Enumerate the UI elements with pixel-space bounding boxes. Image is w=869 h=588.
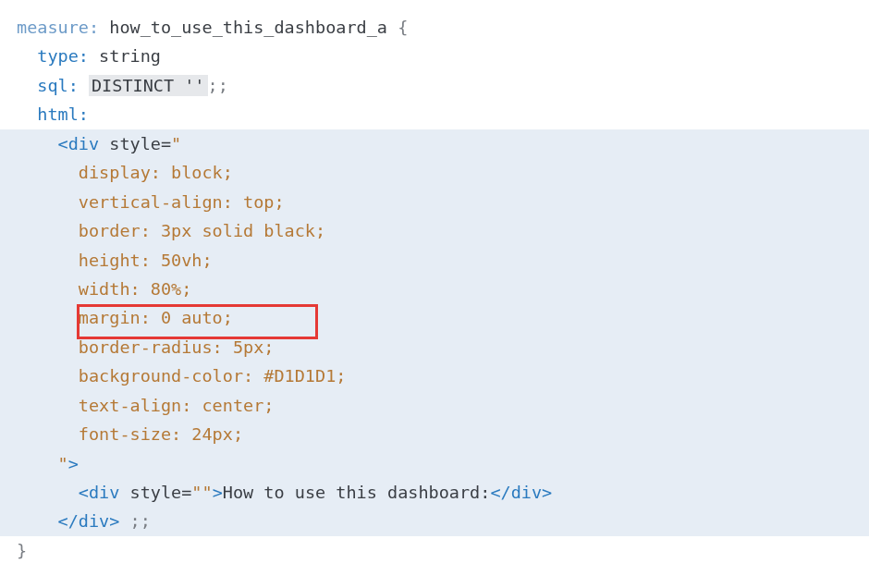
code-line: measure: how_to_use_this_dashboard_a { [17, 13, 869, 42]
css-rule: text-align: center; [79, 396, 275, 415]
css-rule: font-size: 24px; [79, 424, 243, 444]
code-line-highlighted: vertical-align: top; [0, 188, 869, 216]
close-tag: </div> [490, 483, 552, 502]
quote: " [58, 454, 68, 473]
html-keyword: html: [37, 104, 89, 124]
css-rule: width: 80%; [79, 279, 192, 299]
code-line-highlighted: "> [0, 449, 869, 478]
close-brace: } [17, 541, 27, 560]
code-line: html: [17, 100, 869, 129]
css-rule: border-radius: 5px; [79, 337, 275, 357]
inner-text: How to use this dashboard: [223, 483, 491, 502]
code-line-highlighted: display: block; [0, 158, 869, 187]
code-line-highlighted: width: 80%; [0, 275, 869, 303]
css-rule: vertical-align: top; [79, 192, 285, 212]
code-block: measure: how_to_use_this_dashboard_a { t… [0, 0, 869, 565]
measure-name: how_to_use_this_dashboard_a [99, 18, 398, 37]
code-line-highlighted: <div style="">How to use this dashboard:… [0, 478, 869, 507]
css-rule: height: 50vh; [79, 251, 213, 270]
tag-open: <div [58, 134, 100, 153]
css-rule: border: 3px solid black; [79, 221, 325, 240]
css-rule-margin: margin: 0 auto; [79, 308, 233, 327]
code-line: } [17, 536, 869, 565]
css-rule: display: block; [79, 163, 233, 182]
terminator: ;; [119, 511, 150, 531]
code-line-highlighted: border: 3px solid black; [0, 216, 869, 245]
attr-name: style [99, 134, 161, 153]
css-rule: background-color: #D1D1D1; [79, 366, 347, 386]
tag-open: <div [79, 483, 120, 502]
close-tag: </div> [58, 511, 120, 531]
sql-keyword: sql: [37, 76, 79, 95]
quote: " [171, 134, 181, 153]
attr-name: style [119, 483, 181, 502]
code-line-highlighted: height: 50vh; [0, 246, 869, 275]
measure-keyword: measure: [17, 18, 99, 37]
code-line-highlighted: text-align: center; [0, 391, 869, 420]
type-keyword: type: [37, 46, 89, 66]
code-line-highlighted: font-size: 24px; [0, 420, 869, 448]
equals: = [161, 134, 171, 153]
code-line: sql: DISTINCT '';; [17, 71, 869, 100]
code-line: type: string [17, 42, 869, 70]
tag-close: > [68, 454, 79, 473]
open-brace: { [398, 18, 408, 37]
terminator: ;; [208, 76, 228, 95]
type-value: string [89, 46, 161, 66]
code-line-highlighted: background-color: #D1D1D1; [0, 361, 869, 390]
code-line-highlighted: border-radius: 5px; [0, 333, 869, 361]
sql-value: DISTINCT '' [89, 75, 208, 96]
code-line-highlighted: </div> ;; [0, 507, 869, 535]
code-line-highlighted: margin: 0 auto; [0, 303, 869, 332]
code-line-highlighted: <div style=" [0, 129, 869, 158]
